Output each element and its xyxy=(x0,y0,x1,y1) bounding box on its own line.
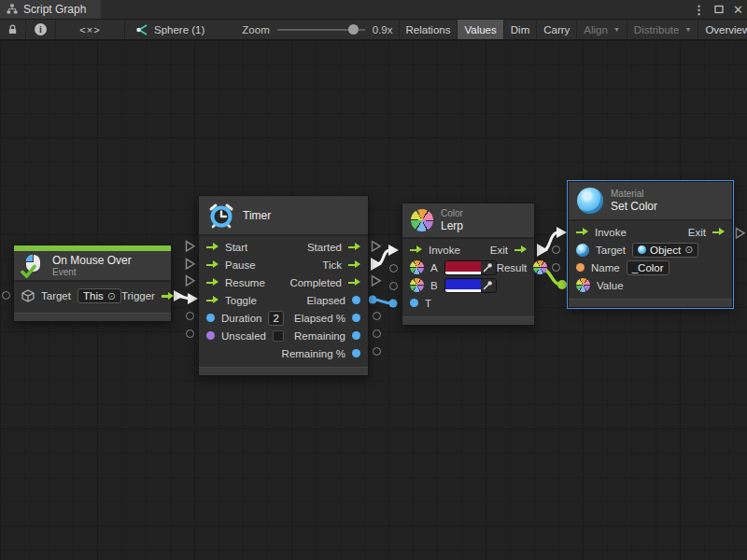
port-row: Unscaled Remaining xyxy=(199,327,368,344)
external-flow-port[interactable] xyxy=(185,240,196,253)
flow-port-icon[interactable] xyxy=(348,260,360,270)
flow-port-icon[interactable] xyxy=(410,245,422,255)
flow-port-icon[interactable] xyxy=(206,296,218,305)
external-value-port[interactable] xyxy=(373,347,381,356)
trigger-port-label: Trigger xyxy=(121,290,155,301)
graph-pointer-icon xyxy=(134,23,148,36)
overview-button[interactable]: Overview xyxy=(698,20,747,39)
value-port-icon[interactable] xyxy=(206,331,215,340)
dim-toggle[interactable]: Dim xyxy=(503,20,536,39)
node-category: Color xyxy=(441,208,463,219)
value-port-icon[interactable] xyxy=(410,299,418,307)
color-port-icon[interactable] xyxy=(410,260,424,274)
flow-port-icon[interactable] xyxy=(514,245,527,255)
object-picker-icon[interactable]: ⊙ xyxy=(107,291,116,301)
flow-port-icon[interactable] xyxy=(206,243,218,252)
external-flow-port[interactable] xyxy=(185,274,196,287)
name-input[interactable]: _Color xyxy=(627,260,669,275)
color-b-field[interactable] xyxy=(444,278,497,293)
node-footer xyxy=(199,367,368,375)
color-port-icon[interactable] xyxy=(576,278,590,292)
values-toggle[interactable]: Values xyxy=(457,20,502,39)
flow-port-icon[interactable] xyxy=(162,291,174,301)
value-port-icon[interactable] xyxy=(352,349,360,357)
node-footer xyxy=(569,299,732,307)
flow-port-icon[interactable] xyxy=(712,228,725,237)
lock-button[interactable] xyxy=(0,20,26,39)
tab-bar: Script Graph ⋮ ✕ xyxy=(0,0,747,20)
info-icon: i xyxy=(35,23,47,35)
eyedropper-icon[interactable] xyxy=(481,279,495,292)
node-header[interactable]: On Mouse Over Event xyxy=(14,251,171,282)
flow-port-icon[interactable] xyxy=(206,260,218,270)
external-flow-port[interactable] xyxy=(185,258,196,271)
node-timer[interactable]: Timer Start Started Pause Tick Resume Co… xyxy=(198,195,369,376)
node-titles: Timer xyxy=(243,209,271,222)
target-object-field[interactable]: This ⊙ xyxy=(78,288,121,303)
flow-port-icon[interactable] xyxy=(206,278,218,287)
port-row: Target This ⊙ Trigger xyxy=(14,284,171,308)
flow-port-icon[interactable] xyxy=(348,243,360,252)
value-port-icon[interactable] xyxy=(576,263,585,272)
color-a-field[interactable] xyxy=(444,260,497,275)
window-menu-icon[interactable]: ⋮ xyxy=(693,4,705,16)
target-object-field[interactable]: Object ⊙ xyxy=(632,243,698,258)
external-value-port[interactable] xyxy=(186,329,194,338)
external-value-port[interactable] xyxy=(186,312,194,320)
external-value-port[interactable] xyxy=(552,245,560,254)
external-value-port[interactable] xyxy=(389,282,398,290)
external-value-port[interactable] xyxy=(552,263,560,272)
external-flow-port[interactable] xyxy=(371,240,382,253)
value-port-icon[interactable] xyxy=(352,331,360,340)
node-header[interactable]: Material Set Color xyxy=(569,182,732,221)
eyedropper-icon[interactable] xyxy=(481,261,495,274)
external-value-port[interactable] xyxy=(2,291,10,300)
relations-toggle[interactable]: Relations xyxy=(399,20,458,39)
value-port-icon[interactable] xyxy=(206,314,215,322)
zoom-slider-handle[interactable] xyxy=(348,24,359,35)
node-color-lerp[interactable]: Color Lerp Invoke Exit A Result xyxy=(402,203,535,326)
port-row: Name _Color xyxy=(569,259,732,276)
maximize-icon[interactable] xyxy=(714,4,724,16)
graph-toolbar: i <×> Sphere (1) Zoom 0.9x Relations Val… xyxy=(0,20,747,40)
node-header[interactable]: Color Lerp xyxy=(402,203,534,239)
chevron-down-icon: ▼ xyxy=(684,26,691,33)
close-icon[interactable]: ✕ xyxy=(733,4,743,16)
mouse-over-event-icon xyxy=(22,255,45,277)
value-port-icon[interactable] xyxy=(352,296,360,304)
flow-port-icon[interactable] xyxy=(576,228,588,237)
node-header[interactable]: Timer xyxy=(199,196,368,236)
tab-script-graph[interactable]: Script Graph xyxy=(0,0,101,19)
unscaled-checkbox[interactable] xyxy=(273,330,284,342)
color-port-icon[interactable] xyxy=(533,260,547,274)
external-value-port[interactable] xyxy=(389,264,398,273)
external-value-port[interactable] xyxy=(373,312,381,320)
toolbar-left: i <×> xyxy=(0,20,125,39)
zoom-slider[interactable] xyxy=(277,20,365,40)
color-port-icon[interactable] xyxy=(410,278,424,292)
external-flow-port[interactable] xyxy=(371,274,382,287)
external-flow-port[interactable] xyxy=(735,227,746,240)
carry-toggle[interactable]: Carry xyxy=(536,20,576,39)
flow-port-icon[interactable] xyxy=(348,278,360,287)
object-picker-icon[interactable]: ⊙ xyxy=(684,245,693,255)
node-set-color[interactable]: Material Set Color Invoke Exit Target Ob… xyxy=(568,181,733,308)
toolbar-right: Relations Values Dim Carry Align▼ Distri… xyxy=(399,20,747,39)
wire-elapsed-to-t xyxy=(369,296,398,308)
color-b-swatch xyxy=(445,279,482,292)
graph-canvas[interactable]: On Mouse Over Event Target This ⊙ xyxy=(0,40,747,560)
color-a-swatch xyxy=(445,261,482,274)
duration-input[interactable]: 2 xyxy=(268,311,283,326)
port-row: Target Object ⊙ xyxy=(569,241,732,259)
material-port-icon[interactable] xyxy=(576,244,589,257)
external-value-port[interactable] xyxy=(373,329,381,338)
zoom-label: Zoom xyxy=(242,24,269,35)
distribute-dropdown[interactable]: Distribute▼ xyxy=(627,20,698,39)
code-preview-button[interactable]: <×> xyxy=(56,20,125,39)
node-on-mouse-over[interactable]: On Mouse Over Event Target This ⊙ xyxy=(13,245,172,322)
info-button[interactable]: i xyxy=(26,20,56,39)
gameobject-cube-icon xyxy=(21,289,35,302)
node-titles: Color Lerp xyxy=(441,208,463,232)
value-port-icon[interactable] xyxy=(352,314,360,322)
align-dropdown[interactable]: Align▼ xyxy=(576,20,627,39)
